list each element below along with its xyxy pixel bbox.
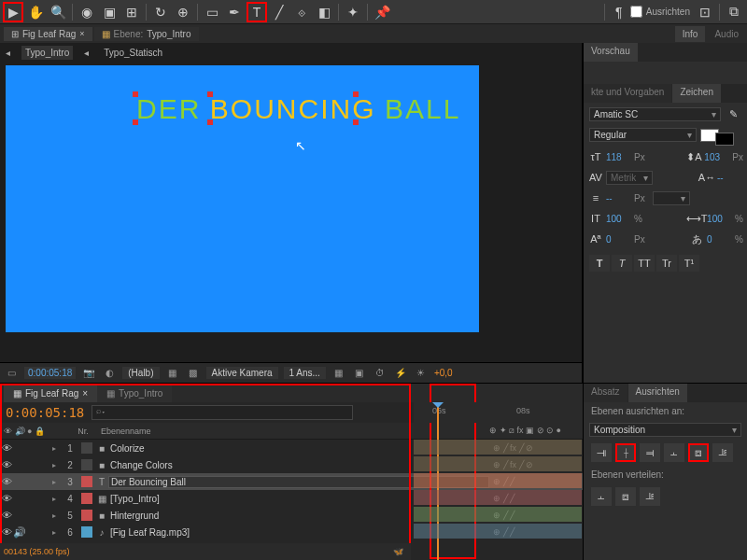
twirl-icon[interactable]: ▸	[52, 511, 62, 520]
timeline-timecode[interactable]: 0:00:05:18	[6, 405, 84, 420]
orbit-tool-icon[interactable]: ◉	[77, 2, 97, 22]
kerning-dropdown[interactable]: Metrik	[606, 171, 653, 185]
twirl-icon[interactable]: ▸	[52, 478, 62, 486]
transparency-icon[interactable]: ▩	[186, 368, 201, 378]
rotate-tool-icon[interactable]: ↻	[150, 2, 171, 22]
close-icon[interactable]: ×	[82, 388, 88, 399]
resolution-dropdown[interactable]: (Halb)	[122, 367, 159, 379]
chevron-left-icon[interactable]: ◂	[6, 48, 10, 58]
audio-tab[interactable]: Audio	[707, 26, 746, 42]
info-tab[interactable]: Info	[675, 26, 706, 42]
visibility-toggle[interactable]: 👁	[0, 442, 13, 454]
label-color[interactable]	[81, 510, 92, 521]
smallcaps-button[interactable]: Tr	[656, 255, 677, 272]
italic-button[interactable]: T	[612, 255, 632, 272]
label-color[interactable]	[81, 442, 92, 454]
channel-icon[interactable]: ◐	[102, 368, 117, 378]
audio-toggle[interactable]: 🔊	[13, 526, 26, 539]
snap-checkbox[interactable]	[630, 6, 642, 18]
close-icon[interactable]: ×	[79, 29, 84, 38]
track-tool-icon[interactable]: ⊞	[121, 2, 142, 22]
zoom-tool-icon[interactable]: 🔍	[48, 2, 68, 22]
puppet-tool-icon[interactable]: 📌	[372, 2, 392, 22]
fast-icon[interactable]: ⚡	[393, 368, 408, 378]
align-right-button[interactable]: ⫤	[640, 443, 660, 462]
layer-search-input[interactable]: ⌕▾	[92, 405, 353, 420]
allcaps-button[interactable]: TT	[634, 255, 655, 272]
view-tab-intro[interactable]: Typo_Intro	[21, 46, 73, 60]
align-hcenter-button[interactable]: ⟊	[615, 443, 636, 462]
align-bottom-button[interactable]: ⫡	[712, 443, 733, 462]
label-color[interactable]	[81, 526, 92, 538]
roi-icon[interactable]: ▦	[165, 368, 180, 378]
baseline-value[interactable]: 0	[606, 234, 632, 245]
search-icon[interactable]: ⧉	[724, 2, 744, 22]
canvas[interactable]: DER BOUNCING BALL ↖	[6, 65, 479, 332]
selection-tool-icon[interactable]: ▶	[3, 2, 23, 22]
align-target-dropdown[interactable]: Komposition	[589, 423, 741, 437]
vorschau-tab[interactable]: Vorschau	[584, 43, 638, 62]
font-family-dropdown[interactable]: Amatic SC	[589, 107, 721, 121]
audio-icon[interactable]: 🔊	[15, 427, 25, 436]
exposure-value[interactable]: +0,0	[434, 368, 453, 378]
stroke-style-dropdown[interactable]	[653, 191, 690, 205]
viewer-timecode[interactable]: 0:00:05:18	[24, 367, 76, 379]
clone-tool-icon[interactable]: ⟐	[291, 2, 312, 22]
absatz-tab[interactable]: Absatz	[584, 384, 627, 402]
visibility-toggle[interactable]: 👁	[0, 510, 13, 521]
stroke-swatch[interactable]	[715, 133, 734, 146]
vscale-value[interactable]: 100	[606, 214, 632, 224]
label-color[interactable]	[81, 476, 92, 487]
visibility-toggle[interactable]: 👁	[0, 526, 13, 538]
type-tool-icon[interactable]: T	[247, 2, 267, 22]
leading-value[interactable]: 103	[704, 152, 730, 162]
distribute-top-button[interactable]: ⫠	[591, 487, 612, 506]
para-icon[interactable]: ¶	[609, 2, 629, 22]
grid-icon[interactable]: ▦	[331, 368, 346, 378]
project-tab-figleaf[interactable]: ⊞ Fig Leaf Rag ×	[4, 27, 92, 41]
align-left-button[interactable]: ⫣	[591, 443, 612, 462]
distribute-vcenter-button[interactable]: ⧈	[615, 487, 636, 506]
twirl-icon[interactable]: ▸	[52, 444, 62, 453]
time-icon[interactable]: ⏱	[373, 368, 388, 378]
pen-tool-icon[interactable]: ✒	[224, 2, 245, 22]
strokewidth-value[interactable]: --	[606, 193, 632, 203]
label-color[interactable]	[81, 493, 92, 504]
brush-tool-icon[interactable]: ╱	[269, 2, 289, 22]
lock-icon[interactable]: 🔒	[35, 427, 45, 436]
twirl-icon[interactable]: ▸	[52, 495, 62, 503]
timeline-tab-typo[interactable]: ▦ Typo_Intro	[97, 384, 172, 402]
font-style-dropdown[interactable]: Regular	[589, 128, 697, 142]
view-tab-statisch[interactable]: Typo_Statisch	[100, 46, 166, 60]
effects-tab[interactable]: kte und Vorgaben	[584, 84, 671, 103]
camera-dropdown[interactable]: Aktive Kamera	[206, 367, 278, 379]
snapshot-icon[interactable]: 📷	[81, 368, 96, 378]
visibility-toggle[interactable]: 👁	[0, 476, 13, 487]
superscript-button[interactable]: T¹	[679, 255, 699, 272]
hand-tool-icon[interactable]: ✋	[25, 2, 46, 22]
fontsize-value[interactable]: 118	[606, 152, 632, 162]
chevron-left-icon[interactable]: ◂	[84, 48, 89, 58]
distribute-bottom-button[interactable]: ⫡	[640, 487, 660, 506]
visibility-toggle[interactable]: 👁	[0, 493, 13, 504]
exposure-icon[interactable]: ☀	[414, 368, 429, 378]
align-vcenter-button[interactable]: ⧈	[688, 443, 709, 462]
hscale-value[interactable]: 100	[707, 214, 733, 224]
bold-button[interactable]: T	[589, 255, 610, 272]
ausrichten-tab[interactable]: Ausrichten	[628, 384, 687, 402]
shape-tool-icon[interactable]: ▭	[202, 2, 222, 22]
eraser-tool-icon[interactable]: ◧	[314, 2, 334, 22]
eye-icon[interactable]: 👁	[4, 427, 12, 436]
mask-icon[interactable]: ▣	[352, 368, 367, 378]
tsume-value[interactable]: 0	[707, 234, 733, 245]
eyedropper-icon[interactable]: ✎	[725, 105, 741, 122]
label-color[interactable]	[81, 459, 92, 470]
twirl-icon[interactable]: ▸	[52, 528, 62, 537]
canvas-text-layer[interactable]: DER BOUNCING BALL	[136, 93, 460, 125]
twirl-icon[interactable]: ▸	[52, 461, 62, 469]
magnify-icon[interactable]: ▭	[4, 368, 19, 378]
roto-tool-icon[interactable]: ✦	[343, 2, 363, 22]
anchor-tool-icon[interactable]: ⊕	[173, 2, 193, 22]
timeline-tab-figleaf[interactable]: ▦ Fig Leaf Rag ×	[4, 384, 97, 402]
align-top-button[interactable]: ⫠	[664, 443, 684, 462]
